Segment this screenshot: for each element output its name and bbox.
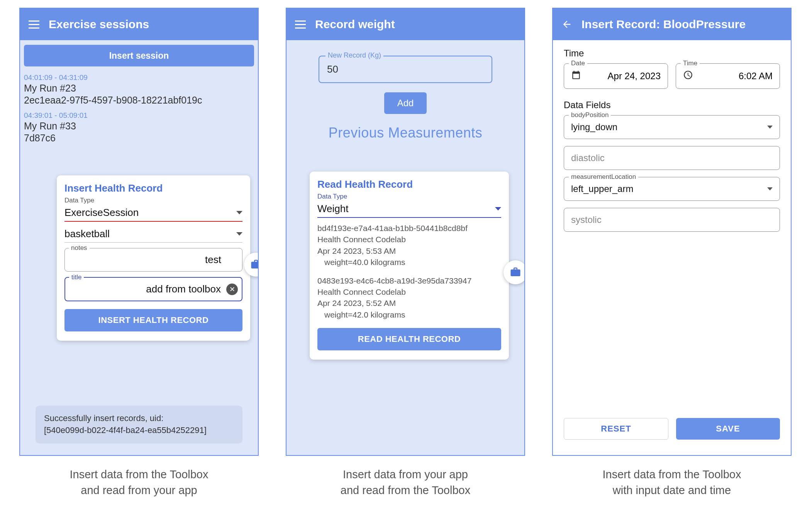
systolic-field[interactable]: systolic xyxy=(564,208,780,232)
read-health-record-card: Read Health Record Data Type Weight bd4f… xyxy=(310,172,509,360)
appbar-title: Exercise sessions xyxy=(49,18,149,31)
briefcase-icon xyxy=(510,267,521,278)
record-id: bd4f193e-e7a4-41aa-b1bb-50441b8cd8bf xyxy=(317,223,501,234)
chevron-down-icon xyxy=(236,211,242,214)
screen-record-weight: Record weight New Record (Kg) 50 Add Pre… xyxy=(286,8,525,456)
exercise-type-value: basketball xyxy=(64,228,110,240)
calendar-icon xyxy=(571,70,581,82)
add-button[interactable]: Add xyxy=(384,92,427,114)
new-record-field[interactable]: New Record (Kg) 50 xyxy=(319,56,492,83)
data-type-select[interactable]: ExerciseSession xyxy=(64,205,242,222)
session-item[interactable]: 04:39:01 - 05:09:01 My Run #33 7d87c6 xyxy=(24,111,254,144)
data-type-select[interactable]: Weight xyxy=(317,201,501,218)
card-title: Read Health Record xyxy=(317,178,501,190)
session-uid: 7d87c6 xyxy=(24,132,254,144)
title-value: add from toolbox xyxy=(71,283,236,295)
notes-value: test xyxy=(70,254,237,266)
read-health-record-button[interactable]: READ HEALTH RECORD xyxy=(317,328,501,350)
body-position-label: bodyPosition xyxy=(569,111,611,119)
data-type-value: Weight xyxy=(317,203,348,215)
record-app: Health Connect Codelab xyxy=(317,234,501,245)
date-value: Apr 24, 2023 xyxy=(608,71,661,82)
card-title: Insert Health Record xyxy=(64,182,242,194)
body-position-select[interactable]: bodyPosition lying_down xyxy=(564,115,780,139)
notes-field[interactable]: notes test xyxy=(64,248,242,272)
screen-insert-bloodpressure: Insert Record: BloodPressure Time Date A… xyxy=(552,8,792,456)
record-val: weight=42.0 kilograms xyxy=(317,309,501,320)
screen2-body: New Record (Kg) 50 Add Previous Measurem… xyxy=(286,40,524,455)
title-label: title xyxy=(69,273,84,281)
chevron-down-icon xyxy=(767,126,773,129)
record-id: 0483e193-e4c6-4cb8-a19d-3e95da733947 xyxy=(317,275,501,286)
new-record-label: New Record (Kg) xyxy=(325,51,383,59)
data-type-label: Data Type xyxy=(64,197,242,204)
session-uid: 2ec1eaa2-97f5-4597-b908-18221abf019c xyxy=(24,95,254,106)
caption-3: Insert data from the Toolbox with input … xyxy=(603,467,741,498)
reset-button[interactable]: RESET xyxy=(564,418,668,440)
previous-measurements-title: Previous Measurements xyxy=(329,125,483,141)
toolbox-fab[interactable] xyxy=(503,260,525,284)
clear-icon[interactable]: ✕ xyxy=(226,284,238,295)
session-item[interactable]: 04:01:09 - 04:31:09 My Run #23 2ec1eaa2-… xyxy=(24,73,254,106)
record-val: weight=40.0 kilograms xyxy=(317,257,501,268)
appbar-title: Record weight xyxy=(315,18,395,31)
session-time: 04:39:01 - 05:09:01 xyxy=(24,111,254,120)
body-position-value: lying_down xyxy=(571,122,617,132)
date-field[interactable]: Date Apr 24, 2023 xyxy=(564,63,668,89)
time-section-label: Time xyxy=(564,48,780,59)
app-bar: Exercise sessions xyxy=(20,8,258,40)
time-value: 6:02 AM xyxy=(739,71,773,82)
record-block: 0483e193-e4c6-4cb8-a19d-3e95da733947 Hea… xyxy=(317,275,501,321)
data-type-label: Data Type xyxy=(317,193,501,200)
new-record-value: 50 xyxy=(327,63,338,75)
session-title: My Run #23 xyxy=(24,83,254,94)
caption-1: Insert data from the Toolbox and read fr… xyxy=(70,467,209,498)
measurement-location-select[interactable]: measurementLocation left_upper_arm xyxy=(564,177,780,201)
app-bar: Record weight xyxy=(286,8,524,40)
chevron-down-icon xyxy=(495,207,501,211)
record-ts: Apr 24 2023, 5:52 AM xyxy=(317,297,501,309)
app-bar: Insert Record: BloodPressure xyxy=(553,8,791,40)
record-app: Health Connect Codelab xyxy=(317,286,501,297)
systolic-placeholder: systolic xyxy=(571,214,602,225)
screen-exercise-sessions: Exercise sessions Insert session 04:01:0… xyxy=(19,8,259,456)
caption-2: Insert data from your app and read from … xyxy=(341,467,470,498)
date-label: Date xyxy=(569,59,587,67)
insert-session-button[interactable]: Insert session xyxy=(24,45,254,66)
briefcase-icon xyxy=(250,259,259,270)
snackbar: Successfully insert records, uid: [540e0… xyxy=(36,406,242,443)
diastolic-placeholder: diastolic xyxy=(571,153,605,163)
insert-health-record-button[interactable]: INSERT HEALTH RECORD xyxy=(64,309,242,331)
back-icon[interactable] xyxy=(561,18,573,31)
insert-health-record-card: Insert Health Record Data Type ExerciseS… xyxy=(57,175,250,341)
save-button[interactable]: SAVE xyxy=(676,418,780,440)
screen3-body: Time Date Apr 24, 2023 Time xyxy=(553,40,791,455)
diastolic-field[interactable]: diastolic xyxy=(564,146,780,170)
measurement-location-label: measurementLocation xyxy=(569,173,638,181)
menu-icon[interactable] xyxy=(28,18,40,31)
record-block: bd4f193e-e7a4-41aa-b1bb-50441b8cd8bf Hea… xyxy=(317,223,501,268)
chevron-down-icon xyxy=(236,232,242,236)
snackbar-line2: [540e099d-b022-4f4f-ba24-ea55b4252291] xyxy=(44,425,234,437)
title-field[interactable]: title add from toolbox ✕ xyxy=(64,277,242,301)
record-ts: Apr 24 2023, 5:53 AM xyxy=(317,245,501,257)
screen1-body: Insert session 04:01:09 - 04:31:09 My Ru… xyxy=(20,40,258,455)
menu-icon[interactable] xyxy=(294,18,307,31)
appbar-title: Insert Record: BloodPressure xyxy=(581,18,746,31)
time-field[interactable]: Time 6:02 AM xyxy=(676,63,780,89)
data-fields-section-label: Data Fields xyxy=(564,100,780,110)
clock-icon xyxy=(683,70,693,82)
chevron-down-icon xyxy=(767,187,773,190)
notes-label: notes xyxy=(69,244,90,252)
time-label: Time xyxy=(681,59,700,67)
bottom-bar: RESET SAVE xyxy=(564,410,780,447)
data-type-value: ExerciseSession xyxy=(64,207,139,219)
session-title: My Run #33 xyxy=(24,121,254,132)
exercise-type-select[interactable]: basketball xyxy=(64,226,242,243)
session-time: 04:01:09 - 04:31:09 xyxy=(24,73,254,82)
snackbar-line1: Successfully insert records, uid: xyxy=(44,413,234,425)
measurement-location-value: left_upper_arm xyxy=(571,183,633,194)
